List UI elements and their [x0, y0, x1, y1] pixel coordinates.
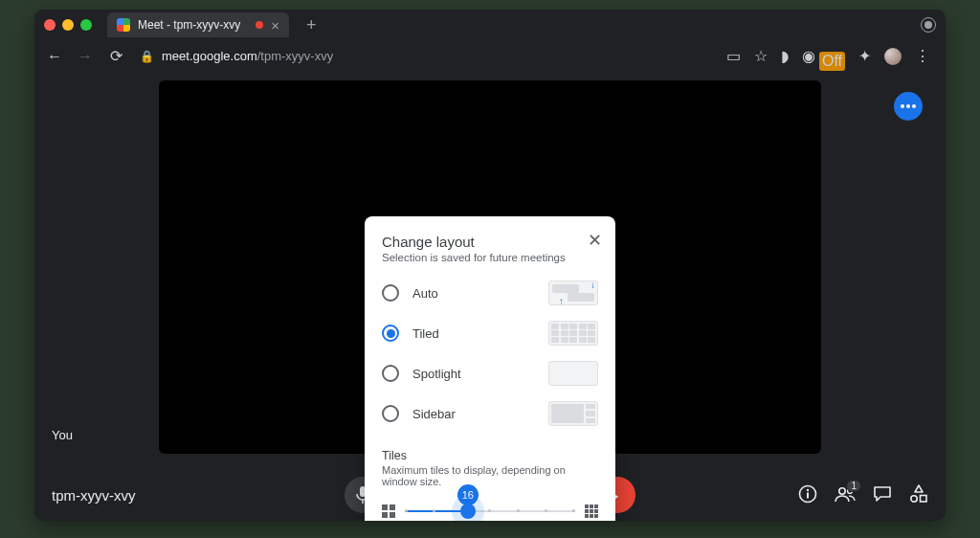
meet-app: You tpm-xyyv-xvy CC [34, 73, 946, 521]
account-switcher-icon[interactable] [921, 17, 936, 33]
radio-checked-icon [382, 325, 399, 342]
extension-icons: ▭ ☆ ◗ ◉ Off ✦ ⋮ [726, 47, 936, 66]
tab-close-button[interactable]: × [271, 18, 279, 33]
window-minimize-button[interactable] [62, 19, 74, 31]
layout-options: Auto ↓↑ Tiled Spotlight [382, 280, 598, 426]
radio-icon [382, 365, 399, 382]
bookmark-icon[interactable]: ☆ [754, 47, 768, 65]
window-titlebar: Meet - tpm-xyyv-xvy × + [34, 10, 946, 40]
layout-option-auto[interactable]: Auto ↓↑ [382, 280, 598, 305]
extension-tag-icon[interactable]: ◗ [781, 47, 789, 65]
window-close-button[interactable] [44, 19, 56, 31]
layout-option-label: Spotlight [412, 367, 535, 381]
lock-icon: 🔒 [140, 50, 154, 63]
back-button[interactable]: ← [44, 48, 65, 65]
reload-button[interactable]: ⟳ [105, 47, 126, 65]
browser-menu-icon[interactable]: ⋮ [915, 47, 930, 65]
tiles-slider-row: 16 [382, 504, 598, 518]
layout-thumbnail-tiled [548, 321, 598, 346]
url-path: /tpm-xyyv-xvy [257, 49, 333, 63]
browser-tab[interactable]: Meet - tpm-xyyv-xvy × [107, 12, 289, 37]
tiles-slider[interactable]: 16 [405, 509, 575, 513]
slider-value-badge: 16 [457, 484, 479, 505]
dialog-subtitle: Selection is saved for future meetings [382, 252, 598, 263]
url-host: meet.google.com [162, 49, 257, 63]
grid-large-icon [585, 504, 598, 518]
radio-icon [382, 284, 399, 302]
layout-thumbnail-auto: ↓↑ [548, 280, 598, 305]
tab-title: Meet - tpm-xyyv-xvy [138, 18, 240, 32]
profile-avatar[interactable] [884, 48, 902, 65]
grid-small-icon [382, 504, 395, 518]
layout-thumbnail-sidebar [548, 401, 598, 426]
tiles-description: Maximum tiles to display, depending on w… [382, 464, 598, 487]
meet-favicon [117, 18, 130, 32]
change-layout-dialog: ✕ Change layout Selection is saved for f… [365, 216, 615, 521]
forward-button[interactable]: → [75, 48, 96, 65]
layout-option-spotlight[interactable]: Spotlight [382, 361, 598, 386]
tiles-section: Tiles Maximum tiles to display, dependin… [382, 449, 598, 518]
dialog-title: Change layout [382, 234, 598, 250]
tiles-title: Tiles [382, 449, 598, 462]
cast-icon[interactable]: ▭ [726, 47, 741, 65]
window-maximize-button[interactable] [80, 19, 92, 31]
layout-thumbnail-spotlight [548, 361, 598, 386]
layout-option-label: Tiled [412, 326, 535, 341]
extension-eye-icon[interactable]: ◉ [802, 47, 815, 65]
layout-option-sidebar[interactable]: Sidebar [382, 401, 598, 426]
new-tab-button[interactable]: + [297, 15, 326, 35]
layout-option-label: Auto [412, 286, 535, 301]
layout-option-tiled[interactable]: Tiled [382, 321, 598, 346]
radio-icon [382, 405, 399, 422]
layout-option-label: Sidebar [412, 407, 535, 421]
recording-indicator-icon [256, 21, 263, 29]
extension-off-badge: Off [819, 52, 845, 71]
window-controls [44, 19, 100, 31]
dialog-close-button[interactable]: ✕ [588, 230, 602, 251]
extensions-puzzle-icon[interactable]: ✦ [858, 47, 871, 65]
browser-window: Meet - tpm-xyyv-xvy × + ← → ⟳ 🔒 meet.goo… [34, 10, 946, 521]
toolbar: ← → ⟳ 🔒 meet.google.com/tpm-xyyv-xvy ▭ ☆… [34, 40, 946, 73]
slider-thumb[interactable] [460, 504, 476, 519]
address-bar[interactable]: 🔒 meet.google.com/tpm-xyyv-xvy [136, 49, 717, 63]
